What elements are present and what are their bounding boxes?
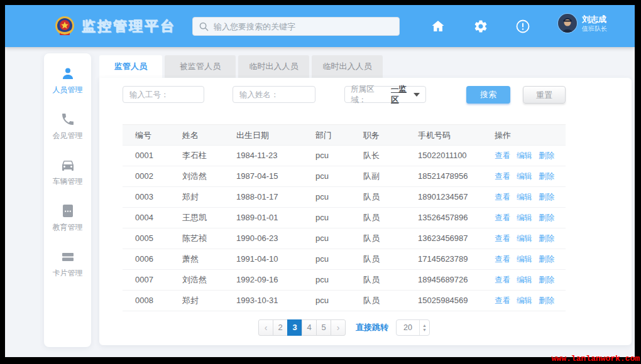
page-button-5[interactable]: 5 xyxy=(316,319,331,336)
cell-birthdate: 1987-04-15 xyxy=(224,166,303,186)
police-badge-logo xyxy=(54,16,75,37)
user-icon xyxy=(60,66,75,81)
edit-link[interactable]: 编辑 xyxy=(517,234,532,243)
search-input[interactable] xyxy=(214,22,393,31)
page-button-2[interactable]: 2 xyxy=(273,319,288,336)
cell-position: 队员 xyxy=(351,208,405,228)
sidebar-item-label: 会见管理 xyxy=(53,131,83,141)
cell-id: 0006 xyxy=(123,249,170,269)
cell-department: pcu xyxy=(303,270,351,290)
chevron-down-icon xyxy=(414,93,420,97)
delete-link[interactable]: 删除 xyxy=(539,255,554,264)
user-role: 值班队长 xyxy=(582,24,607,33)
sidebar-item-meeting[interactable]: 会见管理 xyxy=(44,108,91,144)
cell-actions: 查看编辑删除 xyxy=(482,166,566,186)
cell-department: pcu xyxy=(303,208,351,228)
stepper-down-icon[interactable]: ▼ xyxy=(422,328,427,332)
page-size-stepper[interactable]: 20 ▲ ▼ xyxy=(396,319,430,336)
edit-link[interactable]: 编辑 xyxy=(517,255,532,264)
delete-link[interactable]: 删除 xyxy=(539,276,554,284)
delete-link[interactable]: 删除 xyxy=(539,151,554,160)
cell-position: 队员 xyxy=(351,291,405,311)
edit-link[interactable]: 编辑 xyxy=(517,151,532,160)
delete-link[interactable]: 删除 xyxy=(539,213,554,222)
tab-supervisors[interactable]: 监管人员 xyxy=(99,55,162,78)
edit-link[interactable]: 编辑 xyxy=(517,193,532,201)
page-button-3-active[interactable]: 3 xyxy=(287,319,302,336)
sidebar-item-education[interactable]: 教育管理 xyxy=(44,200,91,236)
sidebar-item-label: 卡片管理 xyxy=(53,268,83,279)
pagination: ‹ 2 3 4 5 › 直接跳转 20 ▲ ▼ xyxy=(123,319,566,336)
table-row: 0004 王思凯 1989-01-01 pcu 队员 13526457896 查… xyxy=(123,208,566,228)
screen: 监控管理平台 刘志成 值班队长 xyxy=(0,0,641,364)
table-row: 0003 郑封 1988-01-17 pcu 队员 18901234567 查看… xyxy=(123,187,566,208)
tab-temporary-2[interactable]: 临时出入人员 xyxy=(312,55,383,78)
personnel-table: 编号 姓名 出生日期 部门 职务 手机号码 操作 0001 李石柱 1984-1… xyxy=(123,124,566,311)
cell-actions: 查看编辑删除 xyxy=(482,270,566,290)
stepper-up-icon[interactable]: ▲ xyxy=(422,323,427,328)
cell-name: 陈艺祯 xyxy=(170,228,224,249)
prev-page-button[interactable]: ‹ xyxy=(258,319,273,336)
cell-position: 队员 xyxy=(351,249,405,269)
global-search xyxy=(192,17,400,36)
user-meta: 刘志成 值班队长 xyxy=(582,14,607,33)
edit-link[interactable]: 编辑 xyxy=(517,276,532,284)
delete-link[interactable]: 删除 xyxy=(539,193,554,201)
cell-birthdate: 1992-09-16 xyxy=(224,270,303,290)
cell-phone: 18945689726 xyxy=(405,270,482,290)
cell-name: 郑封 xyxy=(170,187,224,207)
sidebar-item-label: 人员管理 xyxy=(53,85,83,95)
name-input[interactable] xyxy=(233,86,315,103)
page-button-4[interactable]: 4 xyxy=(302,319,317,336)
sidebar-item-card[interactable]: 卡片管理 xyxy=(44,245,91,282)
user-name: 刘志成 xyxy=(582,14,607,24)
view-link[interactable]: 查看 xyxy=(495,255,510,264)
cell-actions: 查看编辑删除 xyxy=(482,187,566,207)
cell-department: pcu xyxy=(303,249,351,269)
edit-link[interactable]: 编辑 xyxy=(517,213,532,222)
cell-birthdate: 1993-10-31 xyxy=(224,291,303,311)
cell-department: pcu xyxy=(303,228,351,249)
home-icon[interactable] xyxy=(430,19,446,34)
view-link[interactable]: 查看 xyxy=(495,151,510,160)
cell-position: 队长 xyxy=(351,146,405,166)
cell-actions: 查看编辑删除 xyxy=(482,208,566,228)
view-link[interactable]: 查看 xyxy=(495,172,510,181)
search-button[interactable]: 搜索 xyxy=(466,86,510,104)
col-header-name: 姓名 xyxy=(170,125,224,145)
cell-name: 萧然 xyxy=(170,249,224,269)
reset-button[interactable]: 重置 xyxy=(523,86,566,104)
edit-link[interactable]: 编辑 xyxy=(517,296,532,305)
info-icon[interactable] xyxy=(515,19,530,34)
view-link[interactable]: 查看 xyxy=(495,234,510,243)
delete-link[interactable]: 删除 xyxy=(539,172,554,181)
stepper-arrows[interactable]: ▲ ▼ xyxy=(419,320,429,335)
tab-supervised[interactable]: 被监管人员 xyxy=(165,55,236,78)
page-size-value: 20 xyxy=(397,323,419,332)
user-menu[interactable]: 刘志成 值班队长 xyxy=(558,14,607,33)
edit-link[interactable]: 编辑 xyxy=(517,172,532,181)
gear-icon[interactable] xyxy=(473,19,488,34)
col-header-birthdate: 出生日期 xyxy=(224,125,303,145)
cell-position: 队员 xyxy=(351,187,405,207)
cell-department: pcu xyxy=(303,187,351,207)
delete-link[interactable]: 删除 xyxy=(539,234,554,243)
sidebar-item-label: 车辆管理 xyxy=(53,176,83,187)
sidebar-item-vehicle[interactable]: 车辆管理 xyxy=(44,154,91,190)
job-number-input[interactable] xyxy=(123,86,204,103)
view-link[interactable]: 查看 xyxy=(495,193,510,201)
view-link[interactable]: 查看 xyxy=(495,276,510,284)
col-header-phone: 手机号码 xyxy=(405,125,482,145)
region-select[interactable]: 所属区域： 一监区 xyxy=(344,86,426,103)
next-page-button[interactable]: › xyxy=(331,319,346,336)
sidebar-item-label: 教育管理 xyxy=(53,222,83,233)
view-link[interactable]: 查看 xyxy=(495,296,510,305)
cell-birthdate: 1988-01-17 xyxy=(224,187,303,207)
sidebar-item-personnel[interactable]: 人员管理 xyxy=(44,62,91,99)
tab-temporary-1[interactable]: 临时出入人员 xyxy=(238,55,309,78)
view-link[interactable]: 查看 xyxy=(495,213,510,222)
col-header-actions: 操作 xyxy=(482,125,566,145)
table-row: 0005 陈艺祯 1990-06-23 pcu 队员 13623456987 查… xyxy=(123,228,566,249)
delete-link[interactable]: 删除 xyxy=(539,296,554,305)
filter-bar: 所属区域： 一监区 搜索 重置 xyxy=(99,86,632,103)
